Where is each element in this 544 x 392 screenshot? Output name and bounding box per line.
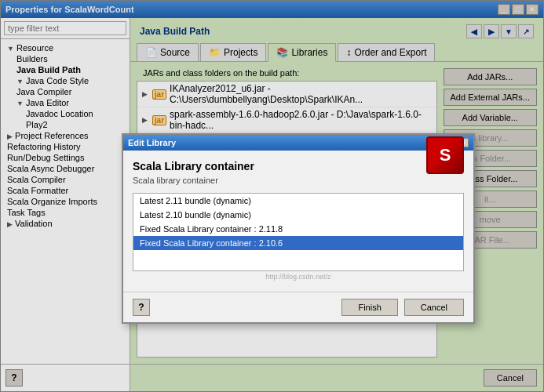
cancel-modal-button[interactable]: Cancel <box>404 299 464 316</box>
list-item[interactable]: Latest 2.11 bundle (dynamic) <box>133 194 463 208</box>
scala-logo-icon: S <box>426 136 464 174</box>
finish-button[interactable]: Finish <box>341 299 397 316</box>
modal-body: Scala Library container Scala library co… <box>123 151 473 292</box>
modal-footer: ? Finish Cancel <box>123 292 473 322</box>
modal-list[interactable]: Latest 2.11 bundle (dynamic) Latest 2.10… <box>133 193 464 271</box>
modal-title: Edit Library <box>128 138 176 147</box>
list-item[interactable]: Fixed Scala Library container : 2.11.8 <box>133 222 463 236</box>
list-item-selected[interactable]: Fixed Scala Library container : 2.10.6 <box>133 236 463 250</box>
modal-title-bar: Edit Library - □ ✕ <box>123 135 473 151</box>
modal-heading: Scala Library container <box>133 160 254 172</box>
modal-subheading: Scala library container <box>133 176 254 185</box>
modal-watermark: http://blog.csdn.net/z <box>133 271 464 282</box>
modal-icon-area: S <box>426 136 464 174</box>
modal-list-area: Latest 2.11 bundle (dynamic) Latest 2.10… <box>133 193 464 282</box>
edit-library-modal: Edit Library - □ ✕ Scala Library contain… <box>122 133 475 324</box>
list-item[interactable]: Latest 2.10 bundle (dynamic) <box>133 208 463 222</box>
modal-footer-buttons: Finish Cancel <box>341 299 464 316</box>
modal-help-button[interactable]: ? <box>133 299 150 316</box>
